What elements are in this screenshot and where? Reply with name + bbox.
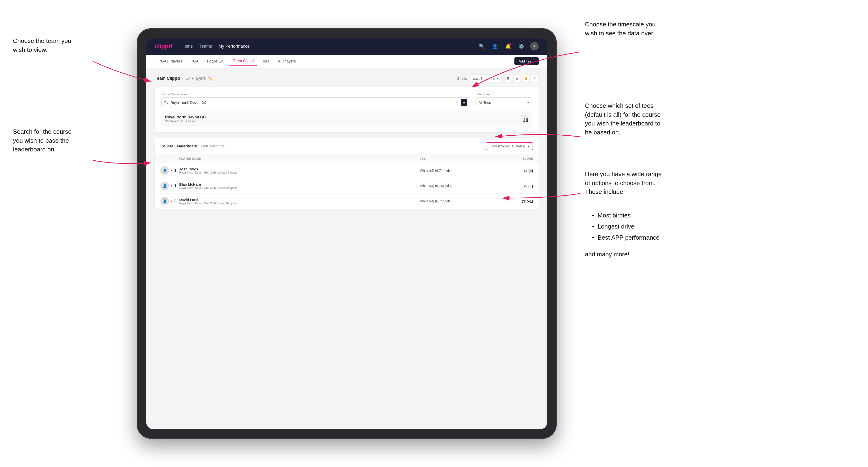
search-icon[interactable]: 🔍 [477, 42, 486, 51]
player-name-1: Josh Coles [179, 167, 420, 171]
tee-chevron: ▾ [527, 100, 529, 104]
select-tee-label: Select Tee [475, 92, 532, 96]
col-header-player: PLAYER NAME [179, 157, 420, 160]
show-controls: Show: Last 3 months ▾ ⊞ ☰ 🏆 ⬇ [457, 74, 539, 82]
rank-cell-2: 👤 ♥ 1 [160, 182, 179, 190]
player-count-value: 14 Players [186, 76, 206, 81]
annotation-top-right: Choose the timescale youwish to see the … [585, 20, 655, 38]
annotation-mid-right: Choose which set of tees(default is all)… [585, 101, 661, 137]
download-icon[interactable]: ⬇ [531, 74, 539, 82]
col-header-score: SCORE [491, 157, 533, 160]
table-row: 👤 ♥ 1 Blair McHarg Royal North Devon Gol… [155, 178, 539, 194]
rank-num-1: 1 [174, 168, 177, 173]
player-info-1: Josh Coles Royal North Devon Golf Club, … [179, 167, 420, 174]
annotation-bottom-right-title: Here you have a wide rangeof options to … [585, 170, 661, 196]
edit-icon[interactable]: ✏️ [208, 76, 213, 81]
player-name-3: David Ford [179, 198, 420, 201]
ipad-screen: clippd Home Teams My Performance 🔍 👤 🔔 ⚙… [146, 38, 547, 429]
player-club-2: Royal North Devon Golf Club, United King… [179, 186, 420, 190]
bell-icon[interactable]: 🔔 [504, 42, 512, 51]
list-item-3: • Best APP performance [592, 234, 659, 241]
score-filter-dropdown[interactable]: Lowest Score (18 holes) ▾ [486, 142, 533, 150]
nav-icons: 🔍 👤 🔔 ⚙️ ▼ [477, 42, 539, 51]
timeframe-value: Last 3 months [473, 76, 495, 81]
nav-home[interactable]: Home [182, 44, 193, 49]
grid-view-icon[interactable]: ⊞ [504, 74, 512, 82]
rank-cell-3: 👤 ♥ 3 [160, 197, 179, 206]
player-info-2: Blair McHarg Royal North Devon Golf Club… [179, 182, 420, 190]
leaderboard-title: Course Leaderboard, Last 3 months [160, 144, 224, 148]
course-finder-row: Find a Golf Course 🔍 ✕ ★ Select Tee [161, 92, 532, 107]
score-cell-3: 73 (+1) [491, 199, 533, 203]
app-logo: clippd [155, 43, 172, 50]
nav-teams[interactable]: Teams [199, 44, 212, 49]
table-row: 👤 ♥ 3 David Ford Royal North Devon Golf … [155, 194, 539, 209]
annotation-mid-left: Search for the courseyou wish to base th… [13, 127, 72, 154]
rank-num-3: 3 [174, 199, 177, 203]
heart-icon-2: ♥ [171, 184, 173, 187]
annotation-footer: and many more! [585, 250, 629, 259]
score-dropdown-chevron: ▾ [528, 144, 529, 148]
tee-cell-2: White (M) (6,744 yds) [420, 184, 491, 188]
subnav-pgat[interactable]: PGAT Players [155, 57, 186, 65]
course-result-location: Westward Ho!, England [165, 119, 206, 123]
clear-search-button[interactable]: ✕ [455, 100, 459, 105]
list-item-1: • Most birdies [592, 212, 631, 219]
player-name-2: Blair McHarg [179, 182, 420, 186]
team-header: Team Clippd | 14 Players ✏️ Show: Last 3… [155, 74, 539, 82]
list-item-2: • Longest drive [592, 223, 634, 230]
subnav-all-players[interactable]: All Players [274, 57, 300, 65]
tee-cell-3: White (M) (6,744 yds) [420, 199, 491, 203]
course-result-info: Royal North Devon GC Westward Ho!, Engla… [165, 115, 206, 123]
app-container: clippd Home Teams My Performance 🔍 👤 🔔 ⚙… [146, 38, 547, 429]
person-icon[interactable]: 👤 [491, 42, 499, 51]
dropdown-chevron: ▾ [497, 76, 498, 81]
leaderboard-card: Course Leaderboard, Last 3 months Lowest… [155, 138, 539, 209]
player-count: | [182, 76, 184, 81]
nav-links: Home Teams My Performance [182, 44, 250, 49]
find-course-label: Find a Golf Course [161, 92, 470, 96]
team-name: Team Clippd [155, 76, 180, 81]
subnav-pga[interactable]: PGA [187, 57, 203, 65]
table-header: PLAYER NAME TEE SCORE [155, 155, 539, 163]
ipad-device: clippd Home Teams My Performance 🔍 👤 🔔 ⚙… [137, 28, 557, 439]
score-cell-1: 72 (E) [491, 168, 533, 173]
nav-my-performance[interactable]: My Performance [219, 44, 250, 49]
subnav-team-clippd[interactable]: Team Clippd [229, 57, 257, 66]
tee-cell-1: White (M) (6,744 yds) [420, 168, 491, 173]
holes-number: 18 [520, 117, 528, 123]
player-avatar-3: 👤 [160, 197, 169, 206]
player-info-3: David Ford Royal North Devon Golf Club, … [179, 198, 420, 205]
subnav-hcaps[interactable]: Hcaps 1-5 [203, 57, 228, 65]
heart-icon-1: ♥ [171, 169, 173, 172]
find-course-field: Find a Golf Course 🔍 ✕ ★ [161, 92, 470, 107]
star-favorite-button[interactable]: ★ [461, 99, 467, 106]
player-avatar-2: 👤 [160, 182, 169, 190]
table-row: 👤 ♥ 1 Josh Coles Royal North Devon Golf … [155, 163, 539, 178]
sub-nav: PGAT Players PGA Hcaps 1-5 Team Clippd T… [146, 55, 547, 68]
score-filter-value: Lowest Score (18 holes) [490, 144, 525, 148]
settings-icon[interactable]: ⚙️ [517, 42, 526, 51]
holes-label: Holes [520, 115, 528, 117]
trophy-icon[interactable]: 🏆 [522, 74, 530, 82]
annotation-top-left: Choose the team youwish to view. [13, 36, 71, 54]
player-avatar-1: 👤 [160, 166, 169, 175]
col-header-tee: TEE [420, 157, 491, 160]
course-search-wrap: 🔍 ✕ ★ [161, 97, 470, 107]
add-team-button[interactable]: Add Team [515, 57, 539, 65]
heart-icon-3: ♥ [171, 199, 173, 203]
rank-cell-1: 👤 ♥ 1 [160, 166, 179, 175]
team-title-group: Team Clippd | 14 Players ✏️ [155, 76, 213, 81]
select-tee-field: Select Tee All Tees ▾ [475, 92, 532, 107]
annotation-list: • Most birdies • Longest drive • Best AP… [592, 210, 659, 243]
course-result-name: Royal North Devon GC [165, 115, 206, 119]
course-search-input[interactable] [170, 100, 453, 104]
show-label: Show: [457, 76, 467, 81]
subnav-tour[interactable]: Tour [258, 57, 273, 65]
list-view-icon[interactable]: ☰ [513, 74, 521, 82]
tee-dropdown[interactable]: All Tees ▾ [475, 97, 532, 107]
avatar[interactable]: ▼ [530, 42, 539, 51]
top-nav: clippd Home Teams My Performance 🔍 👤 🔔 ⚙… [146, 38, 547, 55]
leaderboard-header: Course Leaderboard, Last 3 months Lowest… [155, 138, 539, 155]
timeframe-dropdown[interactable]: Last 3 months ▾ [470, 74, 501, 82]
